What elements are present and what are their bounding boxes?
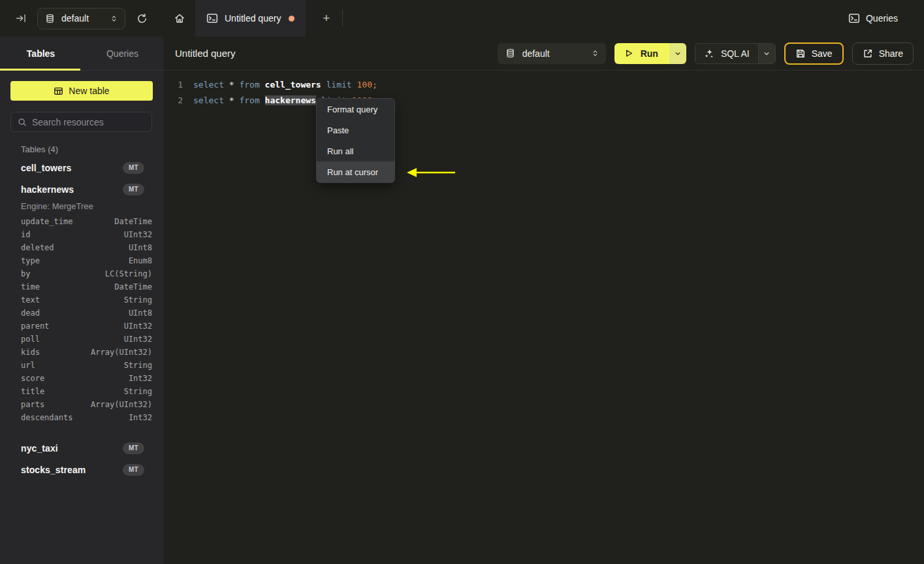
new-tab-button[interactable]: + [315,0,337,37]
save-button[interactable]: Save [784,42,844,65]
column-name: deleted [21,243,129,252]
column-name: kids [21,348,91,357]
table-name: cell_towers [21,163,71,173]
database-selector-topbar[interactable]: default [37,8,125,29]
column-type: Int32 [129,374,152,383]
sql-ai-button-label: SQL AI [721,48,750,59]
column-name: score [21,374,129,383]
column-name: parts [21,400,91,409]
table-row[interactable]: cell_towersMT [0,157,163,178]
search-input[interactable] [32,117,150,127]
code-token: 100; [357,80,377,90]
code-token: hackernews [265,95,316,105]
column-row: scoreInt32 [21,372,152,385]
share-button[interactable]: Share [852,42,914,65]
tabstrip: Untitled query + [163,0,343,37]
column-name: dead [21,308,129,318]
column-row: textString [21,293,152,307]
column-row: deletedUInt8 [21,241,152,254]
column-row: kidsArray(UInt32) [21,346,152,359]
topbar-left-group: default [0,0,163,37]
unsaved-changes-dot [289,16,295,22]
query-title: Untitled query [175,48,236,59]
column-row: titleString [21,385,152,398]
column-row: byLC(String) [21,267,152,280]
column-row: idUInt32 [21,228,152,241]
context-menu-item-format-query[interactable]: Format query [317,99,394,120]
queries-button[interactable]: Queries [848,12,898,24]
sql-ai-button[interactable]: SQL AI [695,44,758,63]
column-row: typeEnum8 [21,254,152,267]
new-table-button-label: New table [69,86,109,96]
sidebar-tab-queries[interactable]: Queries [82,37,163,70]
sql-ai-dropdown[interactable] [758,44,775,63]
run-options-dropdown[interactable] [669,43,686,64]
code-text: select * from cell_towers limit 100; [193,80,377,90]
column-name: title [21,387,124,396]
save-button-label: Save [812,48,833,59]
sql-ai-button-group: SQL AI [695,43,776,64]
code-token: * [229,95,240,105]
sidebar-tab-tables-label: Tables [27,48,55,59]
column-type: DateTime [114,217,152,226]
share-button-label: Share [879,48,903,59]
home-icon[interactable] [163,0,195,37]
sql-console-app: default Untitled query + [0,0,924,564]
column-type: String [124,361,152,370]
table-row[interactable]: stocks_streamMT [0,459,163,480]
code-token: limit [327,80,357,90]
save-icon [795,48,806,59]
queries-button-label: Queries [866,13,898,24]
new-table-button[interactable]: New table [10,81,153,101]
column-name: type [21,256,129,265]
table-row[interactable]: hackernewsMT [0,178,163,200]
sql-editor[interactable]: 1select * from cell_towers limit 100;2se… [163,71,924,564]
refresh-icon[interactable] [136,13,148,24]
play-icon [624,48,633,58]
run-button[interactable]: Run [614,43,669,64]
table-engine-label: Engine: MergeTree [0,200,163,214]
tab-untitled-query[interactable]: Untitled query [195,0,306,37]
engine-badge: MT [123,184,144,195]
collapse-sidebar-icon[interactable] [16,13,26,24]
database-selector-toolbar[interactable]: default [498,43,606,64]
sidebar-tab-tables[interactable]: Tables [0,37,82,70]
terminal-icon [848,12,860,24]
table-columns: update_timeDateTimeidUInt32deletedUInt8t… [0,214,163,431]
toolbar-actions: default Run [498,42,914,65]
column-type: String [124,295,152,305]
context-menu: Format queryPasteRun allRun at cursor [316,98,395,183]
search-box [10,112,152,132]
column-type: Int32 [129,413,152,422]
column-name: parent [21,322,124,331]
table-name: hackernews [21,184,74,195]
column-name: url [21,361,124,370]
code-token: select [193,80,229,90]
column-name: text [21,295,124,305]
column-row: pollUInt32 [21,333,152,346]
column-type: UInt32 [124,335,152,344]
tables-section-label: Tables (4) [21,144,163,154]
database-selector-value: default [522,48,584,59]
context-menu-item-paste[interactable]: Paste [317,120,394,141]
table-icon [54,86,63,96]
code-token: * [229,80,240,90]
run-button-label: Run [641,48,658,59]
column-type: UInt32 [124,230,152,239]
terminal-icon [206,12,218,24]
column-row: descendantsInt32 [21,411,152,424]
topbar-right-group: Queries [848,0,924,37]
table-row[interactable]: nyc_taxiMT [0,437,163,459]
code-line[interactable]: 2select * from hackernews limit 1000 [163,92,924,108]
column-name: descendants [21,413,129,422]
engine-badge: MT [123,442,144,454]
line-number: 2 [163,95,183,105]
code-token: from [239,95,264,105]
column-row: parentUInt32 [21,320,152,333]
column-type: String [124,387,152,396]
context-menu-item-run-at-cursor[interactable]: Run at cursor [317,161,394,182]
column-type: UInt8 [129,308,152,318]
line-number: 1 [163,80,183,90]
code-line[interactable]: 1select * from cell_towers limit 100; [163,76,924,92]
context-menu-item-run-all[interactable]: Run all [317,141,394,161]
